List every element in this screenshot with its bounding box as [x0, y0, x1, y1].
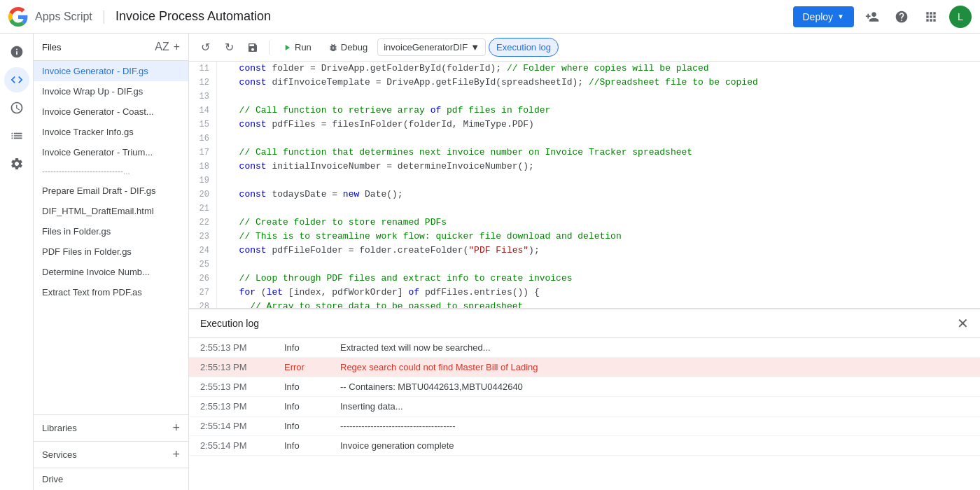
- code-line: 14 // Call function to retrieve array of…: [189, 104, 980, 118]
- code-line: 11 const folder = DriveApp.getFolderById…: [189, 62, 980, 76]
- line-content[interactable]: const pdfFileFolder = folder.createFolde…: [217, 244, 540, 258]
- save-button[interactable]: [242, 37, 263, 58]
- file-item[interactable]: Invoice Generator - Coast...: [34, 102, 188, 122]
- line-number: 11: [189, 62, 217, 76]
- log-time: 2:55:13 PM: [200, 382, 284, 392]
- sidebar-header: Files AZ +: [34, 34, 188, 61]
- code-line: 27 for (let [index, pdfWorkOrder] of pdf…: [189, 286, 980, 300]
- exec-log-close-button[interactable]: ✕: [957, 315, 969, 332]
- icon-rail: [0, 34, 34, 490]
- log-time: 2:55:13 PM: [200, 401, 284, 412]
- file-item[interactable]: Extract Text from PDF.as: [34, 282, 188, 302]
- settings-icon[interactable]: [4, 151, 29, 176]
- line-content[interactable]: const difInvoiceTemplate = DriveApp.getF…: [217, 76, 758, 90]
- line-content[interactable]: [217, 132, 228, 146]
- log-level: Info: [284, 421, 340, 431]
- file-item[interactable]: Prepare Email Draft - DIF.gs: [34, 181, 188, 201]
- exec-log-body[interactable]: 2:55:13 PMInfoExtracted text will now be…: [189, 338, 980, 490]
- log-level: Info: [284, 382, 340, 392]
- line-content[interactable]: const todaysDate = new Date();: [217, 188, 403, 202]
- code-line: 19: [189, 174, 980, 188]
- log-time: 2:55:13 PM: [200, 342, 284, 353]
- log-message: Regex search could not find Master Bill …: [340, 362, 969, 372]
- editor-container: ↺ ↻ Run Debug invoiceGeneratorDIF ▼ Exec…: [189, 34, 980, 490]
- info-icon[interactable]: [4, 39, 29, 64]
- topbar-right: Deploy ▼ L: [793, 6, 972, 28]
- line-content[interactable]: [217, 174, 228, 188]
- log-time: 2:55:13 PM: [200, 362, 284, 372]
- line-number: 18: [189, 160, 217, 174]
- log-row: 2:55:14 PMInfoInvoice generation complet…: [189, 436, 980, 456]
- line-content[interactable]: const folder = DriveApp.getFolderById(fo…: [217, 62, 709, 76]
- file-item[interactable]: Invoice Generator - Trium...: [34, 142, 188, 162]
- toolbar-divider-1: [269, 41, 270, 55]
- code-icon[interactable]: [4, 67, 29, 92]
- line-content[interactable]: const initialInvoiceNumber = determineIn…: [217, 160, 534, 174]
- log-message: Extracted text will now be searched...: [340, 342, 969, 353]
- line-number: 25: [189, 258, 217, 272]
- line-content[interactable]: [217, 202, 228, 216]
- avatar[interactable]: L: [949, 6, 972, 28]
- line-content[interactable]: // Loop through PDF files and extract in…: [217, 272, 573, 286]
- line-content[interactable]: const pdfFiles = filesInFolder(folderId,…: [217, 118, 534, 132]
- line-content[interactable]: [217, 258, 228, 272]
- code-line: 22 // Create folder to store renamed PDF…: [189, 216, 980, 230]
- function-chevron-icon: ▼: [470, 42, 479, 52]
- libraries-section[interactable]: Libraries +: [34, 414, 188, 441]
- line-content[interactable]: // Call function that determines next in…: [217, 146, 692, 160]
- code-line: 25: [189, 258, 980, 272]
- line-number: 22: [189, 216, 217, 230]
- line-number: 16: [189, 132, 217, 146]
- file-item[interactable]: -----------------------------...: [34, 162, 188, 181]
- topbar-left: Apps Script | Invoice Process Automation: [8, 7, 271, 27]
- exec-log-header: Execution log ✕: [189, 309, 980, 338]
- code-line: 16: [189, 132, 980, 146]
- help-icon[interactable]: [890, 6, 913, 28]
- libraries-add-icon[interactable]: +: [172, 421, 180, 435]
- add-user-icon[interactable]: [861, 6, 883, 28]
- execution-log: Execution log ✕ 2:55:13 PMInfoExtracted …: [189, 308, 980, 490]
- function-selector[interactable]: invoiceGeneratorDIF ▼: [377, 38, 486, 56]
- debug-button[interactable]: Debug: [321, 38, 374, 56]
- log-time: 2:55:14 PM: [200, 440, 284, 451]
- file-item[interactable]: Files in Folder.gs: [34, 221, 188, 241]
- redo-button[interactable]: ↻: [218, 37, 239, 58]
- file-item[interactable]: PDF Files in Folder.gs: [34, 241, 188, 262]
- services-section[interactable]: Services +: [34, 441, 188, 468]
- line-content[interactable]: [217, 90, 228, 104]
- log-message: Inserting data...: [340, 401, 969, 412]
- file-item[interactable]: Invoice Tracker Info.gs: [34, 122, 188, 142]
- run-button[interactable]: Run: [275, 38, 318, 56]
- drive-section[interactable]: Drive: [34, 468, 188, 490]
- code-line: 20 const todaysDate = new Date();: [189, 188, 980, 202]
- line-content[interactable]: // Call function to retrieve array of pd…: [217, 104, 550, 118]
- log-level: Error: [284, 362, 340, 372]
- list-icon[interactable]: [4, 123, 29, 148]
- file-item[interactable]: DIF_HTML_DraftEmail.html: [34, 201, 188, 221]
- line-content[interactable]: // This is to streamline work flow: quic…: [217, 230, 622, 244]
- undo-button[interactable]: ↺: [195, 37, 216, 58]
- app-title: Apps Script: [35, 10, 92, 23]
- line-number: 12: [189, 76, 217, 90]
- code-line: 28 // Array to store data to be passed t…: [189, 300, 980, 308]
- clock-icon[interactable]: [4, 95, 29, 120]
- topbar: Apps Script | Invoice Process Automation…: [0, 0, 980, 34]
- sort-icon[interactable]: AZ: [155, 41, 169, 53]
- apps-icon[interactable]: [920, 6, 942, 28]
- add-file-icon[interactable]: +: [174, 41, 180, 53]
- deploy-button[interactable]: Deploy ▼: [793, 6, 855, 27]
- line-content[interactable]: // Array to store data to be passed to s…: [217, 300, 523, 308]
- services-add-icon[interactable]: +: [172, 447, 180, 462]
- line-number: 23: [189, 230, 217, 244]
- file-item[interactable]: Determine Invoice Numb...: [34, 262, 188, 282]
- line-content[interactable]: // Create folder to store renamed PDFs: [217, 216, 447, 230]
- google-logo-icon: [8, 7, 28, 27]
- file-item[interactable]: Invoice Generator - DIF.gs: [34, 61, 188, 81]
- file-item[interactable]: Invoice Wrap Up - DIF.gs: [34, 81, 188, 102]
- line-content[interactable]: for (let [index, pdfWorkOrder] of pdfFil…: [217, 286, 540, 300]
- code-line: 18 const initialInvoiceNumber = determin…: [189, 160, 980, 174]
- code-line: 21: [189, 202, 980, 216]
- line-number: 19: [189, 174, 217, 188]
- execution-log-button[interactable]: Execution log: [489, 38, 559, 57]
- code-area[interactable]: 11 const folder = DriveApp.getFolderById…: [189, 62, 980, 308]
